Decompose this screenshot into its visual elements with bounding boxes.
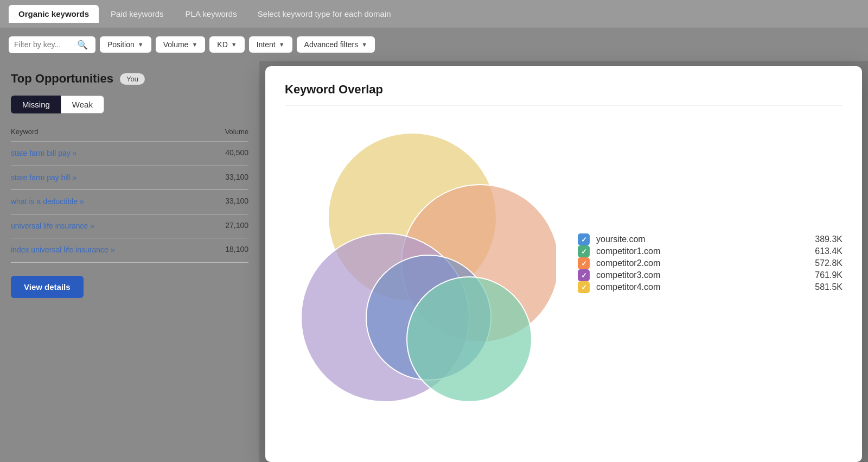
tab-missing[interactable]: Missing (11, 96, 61, 113)
legend-count: 572.8K (805, 258, 843, 268)
intent-filter-button[interactable]: Intent ▼ (249, 36, 292, 53)
legend-count: 613.4K (805, 246, 843, 256)
you-badge: You (120, 73, 145, 85)
legend-domain: competitor3.com (596, 270, 798, 280)
keyword-link[interactable]: index universal life insurance » (11, 245, 114, 256)
checkmark-icon: ✓ (581, 248, 587, 256)
advanced-filters-button[interactable]: Advanced filters ▼ (297, 36, 375, 53)
legend-domain: competitor4.com (596, 282, 798, 292)
checkmark-icon: ✓ (581, 283, 587, 292)
legend-count: 389.3K (805, 235, 843, 244)
top-opportunities-header: Top Opportunities You (11, 72, 248, 86)
legend-domain: competitor2.com (596, 258, 798, 268)
keyword-link[interactable]: universal life insurance » (11, 221, 94, 232)
legend-domain: competitor1.com (596, 246, 798, 256)
table-row: state farm bill pay » 40,500 (11, 142, 248, 166)
keyword-volume: 40,500 (225, 148, 248, 157)
chevron-down-icon: ▼ (279, 41, 285, 48)
legend-domain: yoursite.com (596, 235, 798, 244)
venn-diagram (285, 117, 556, 410)
tab-bar: Organic keywords Paid keywords PLA keywo… (0, 0, 868, 28)
keyword-search-box: 🔍 (9, 36, 95, 53)
left-panel: Top Opportunities You Missing Weak Keywo… (0, 61, 259, 462)
table-row: index universal life insurance » 18,100 (11, 238, 248, 263)
table-row: what is a deductible » 33,100 (11, 190, 248, 214)
tab-organic-keywords[interactable]: Organic keywords (9, 5, 99, 23)
modal-title: Keyword Overlap (285, 83, 843, 106)
volume-filter-button[interactable]: Volume ▼ (156, 36, 206, 53)
checkmark-icon: ✓ (581, 260, 587, 268)
legend-checkbox[interactable]: ✓ (578, 257, 590, 269)
tab-link-select-keyword-type[interactable]: Select keyword type for each domain (258, 9, 391, 18)
keyword-overlap-modal: Keyword Overlap (265, 66, 862, 462)
keyword-link[interactable]: state farm pay bill » (11, 173, 76, 183)
legend-checkbox[interactable]: ✓ (578, 281, 590, 293)
svg-point-4 (407, 277, 532, 402)
search-input[interactable] (14, 40, 74, 49)
keyword-link[interactable]: what is a deductible » (11, 197, 84, 207)
legend-item: ✓ competitor2.com 572.8K (578, 257, 843, 269)
top-opportunities-title: Top Opportunities (11, 72, 113, 86)
legend-item: ✓ competitor4.com 581.5K (578, 281, 843, 293)
modal-body: ✓ yoursite.com 389.3K ✓ competitor1.com … (285, 117, 843, 410)
table-row: state farm pay bill » 33,100 (11, 166, 248, 191)
checkmark-icon: ✓ (581, 236, 587, 244)
legend-count: 761.9K (805, 270, 843, 280)
chevron-down-icon: ▼ (361, 41, 367, 48)
keyword-rows: state farm bill pay » 40,500 state farm … (11, 142, 248, 263)
keyword-table: Keyword Volume state farm bill pay » 40,… (11, 124, 248, 263)
legend-item: ✓ yoursite.com 389.3K (578, 233, 843, 245)
legend-item: ✓ competitor3.com 761.9K (578, 269, 843, 281)
table-row: universal life insurance » 27,100 (11, 214, 248, 239)
col-volume-label: Volume (225, 128, 248, 136)
search-icon-button[interactable]: 🔍 (77, 40, 88, 50)
tab-pla-keywords[interactable]: PLA keywords (176, 5, 247, 23)
legend-checkbox[interactable]: ✓ (578, 245, 590, 257)
chevron-down-icon: ▼ (192, 41, 197, 48)
main-area: Top Opportunities You Missing Weak Keywo… (0, 61, 868, 462)
legend-item: ✓ competitor1.com 613.4K (578, 245, 843, 257)
legend-items: ✓ yoursite.com 389.3K ✓ competitor1.com … (578, 233, 843, 293)
kd-filter-button[interactable]: KD ▼ (209, 36, 244, 53)
table-header: Keyword Volume (11, 124, 248, 142)
tab-weak[interactable]: Weak (61, 96, 104, 113)
col-keyword-label: Keyword (11, 128, 39, 136)
keyword-volume: 27,100 (225, 221, 248, 230)
position-filter-button[interactable]: Position ▼ (100, 36, 151, 53)
missing-weak-tabs: Missing Weak (11, 96, 248, 113)
filter-bar: 🔍 Position ▼ Volume ▼ KD ▼ Intent ▼ Adva… (0, 28, 868, 61)
keyword-volume: 33,100 (225, 173, 248, 181)
legend-checkbox[interactable]: ✓ (578, 269, 590, 281)
legend-count: 581.5K (805, 282, 843, 292)
keyword-volume: 33,100 (225, 197, 248, 205)
checkmark-icon: ✓ (581, 271, 587, 280)
legend-checkbox[interactable]: ✓ (578, 233, 590, 245)
chevron-down-icon: ▼ (231, 41, 237, 48)
view-details-button[interactable]: View details (11, 276, 84, 298)
tab-paid-keywords[interactable]: Paid keywords (101, 5, 174, 23)
keyword-volume: 18,100 (225, 245, 248, 254)
keyword-link[interactable]: state farm bill pay » (11, 148, 76, 159)
legend: ✓ yoursite.com 389.3K ✓ competitor1.com … (578, 233, 843, 293)
right-panel: Keyword Overlap (259, 61, 868, 462)
chevron-down-icon: ▼ (138, 41, 144, 48)
